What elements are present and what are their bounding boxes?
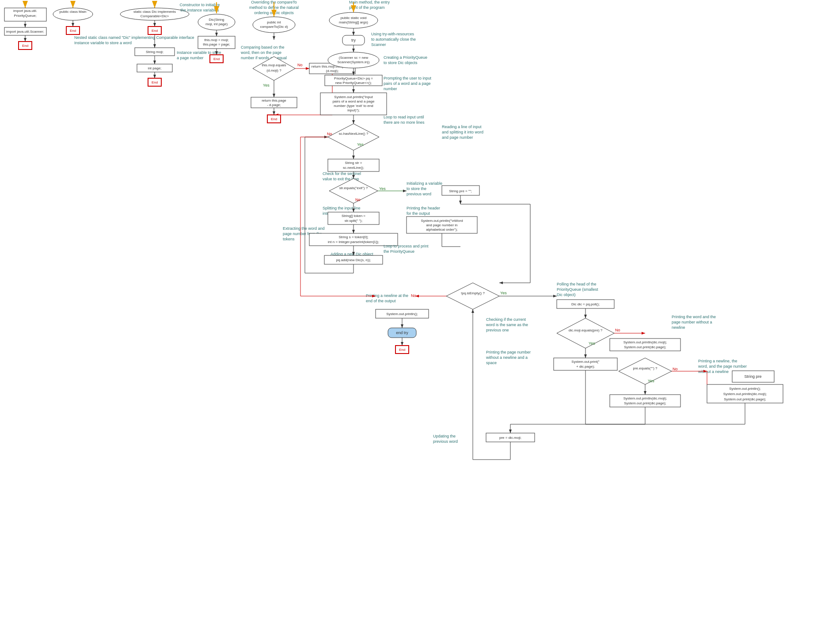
svg-text:No: No: [411, 293, 416, 298]
svg-text:Polling the head of the: Polling the head of the: [557, 282, 597, 286]
svg-text:pq.add(new Dic(s, n));: pq.add(new Dic(s, n));: [336, 258, 371, 262]
svg-text:Dic dic = pq.poll();: Dic dic = pq.poll();: [571, 302, 600, 306]
svg-text:Yes: Yes: [589, 341, 595, 346]
svg-text:main(String[] args): main(String[] args): [339, 20, 368, 24]
svg-text:try: try: [351, 38, 356, 42]
svg-marker-175: [446, 283, 499, 309]
svg-text:sc.nextLine();: sc.nextLine();: [343, 166, 364, 170]
svg-text:public class Main: public class Main: [60, 10, 87, 14]
svg-marker-129: [329, 179, 378, 203]
svg-text:this.moji.equals: this.moji.equals: [262, 63, 286, 67]
svg-text:String moji;: String moji;: [146, 50, 163, 54]
svg-text:No: No: [673, 367, 678, 371]
svg-text:No: No: [327, 132, 332, 136]
svg-text:Yes: Yes: [379, 186, 386, 191]
svg-text:a page number: a page number: [177, 56, 204, 60]
svg-text:to store Dic objects: to store Dic objects: [384, 61, 418, 65]
svg-text:there are no more lines: there are no more lines: [384, 120, 425, 125]
flowchart-svg: import java.util. PriorityQueue; import …: [0, 0, 840, 639]
svg-text:pairs of a word and a page: pairs of a word and a page: [333, 99, 375, 103]
flowchart-container: import java.util. PriorityQueue; import …: [0, 0, 840, 639]
svg-text:Loop to process and print: Loop to process and print: [384, 244, 429, 248]
svg-text:String[] token =: String[] token =: [342, 214, 365, 218]
svg-text:moji, int page): moji, int page): [205, 22, 228, 26]
svg-text:Yes: Yes: [500, 291, 507, 295]
svg-text:word, and the page number: word, and the page number: [698, 364, 747, 369]
svg-text:System.out.println();: System.out.println();: [729, 387, 761, 391]
svg-text:input)");: input)");: [347, 108, 360, 112]
svg-text:No: No: [355, 198, 361, 202]
svg-text:pairs of a word and a page: pairs of a word and a page: [384, 81, 431, 86]
svg-text:int page;: int page;: [148, 66, 162, 70]
svg-text:Nested static class named "Dic: Nested static class named "Dic" implemen…: [74, 35, 194, 40]
svg-text:System.out.print(dic.page);: System.out.print(dic.page);: [724, 397, 766, 401]
svg-text:for the output: for the output: [407, 211, 430, 216]
svg-text:String s = token[0];: String s = token[0];: [339, 235, 369, 239]
svg-text:System.out.println("\nWord: System.out.println("\nWord: [421, 219, 463, 223]
svg-text:Using try-with-resources: Using try-with-resources: [371, 32, 414, 36]
svg-text:Dic object): Dic object): [557, 293, 576, 297]
svg-text:System.out.println();: System.out.println();: [386, 312, 418, 316]
svg-text:(Scanner sc = new: (Scanner sc = new: [339, 56, 369, 60]
svg-text:pre = dic.moji;: pre = dic.moji;: [499, 436, 521, 440]
svg-text:Checking if the current: Checking if the current: [486, 317, 526, 322]
svg-text:without a newline: without a newline: [698, 369, 729, 374]
svg-text:without a newline and a: without a newline and a: [486, 355, 528, 360]
svg-text:(d.moji);: (d.moji);: [326, 69, 339, 73]
svg-text:Loop to read input until: Loop to read input until: [384, 115, 424, 119]
svg-text:this.page = page;: this.page = page;: [203, 42, 230, 46]
svg-text:word is the same as the: word is the same as the: [486, 323, 528, 327]
svg-text:(d.moji) ?: (d.moji) ?: [266, 68, 281, 72]
svg-text:compareTo(Dic d): compareTo(Dic d): [260, 25, 288, 29]
svg-text:Printing a newline at the: Printing a newline at the: [366, 293, 408, 298]
svg-text:End: End: [213, 57, 220, 61]
svg-text:End: End: [152, 29, 158, 33]
svg-text:- d.page;: - d.page;: [267, 103, 281, 107]
svg-text:Comparable<Dic>: Comparable<Dic>: [141, 14, 169, 18]
svg-text:Extracting the word and: Extracting the word and: [283, 226, 325, 231]
svg-text:No: No: [615, 328, 620, 332]
svg-text:Creating a PriorityQueue: Creating a PriorityQueue: [384, 55, 427, 60]
svg-text:static class Dic implements: static class Dic implements: [133, 10, 176, 14]
svg-text:previous word: previous word: [433, 439, 458, 444]
svg-text:Scanner: Scanner: [371, 42, 386, 47]
svg-text:+ dic.page);: + dic.page);: [576, 365, 595, 369]
svg-text:End: End: [271, 117, 277, 121]
svg-text:public int: public int: [267, 20, 281, 24]
svg-text:previous word: previous word: [407, 192, 431, 196]
svg-text:No: No: [297, 63, 303, 67]
svg-text:End: End: [399, 348, 405, 352]
svg-text:Yes: Yes: [263, 83, 270, 87]
svg-text:Printing a newline, the: Printing a newline, the: [698, 359, 737, 363]
svg-text:number if words are equal: number if words are equal: [241, 56, 287, 60]
svg-text:System.out.println(dic.moji);: System.out.println(dic.moji);: [723, 392, 767, 396]
svg-text:to automatically close the: to automatically close the: [371, 37, 416, 42]
svg-text:return this.page: return this.page: [262, 99, 286, 103]
svg-text:Instance variable to store: Instance variable to store: [177, 50, 221, 55]
svg-text:newline: newline: [672, 325, 685, 330]
svg-text:this.moji = moji;: this.moji = moji;: [204, 38, 228, 42]
svg-text:Main method, the entry: Main method, the entry: [349, 0, 390, 4]
svg-text:tokens: tokens: [283, 237, 295, 241]
svg-text:Constructor to initialize: Constructor to initialize: [179, 3, 220, 7]
svg-text:PriorityQueue<Dic> pq =: PriorityQueue<Dic> pq =: [334, 76, 373, 80]
svg-text:End: End: [152, 80, 158, 84]
svg-text:sc.hasNextLine() ?: sc.hasNextLine() ?: [339, 132, 369, 136]
svg-text:space: space: [486, 361, 497, 365]
svg-text:str.equals("exit") ?: str.equals("exit") ?: [339, 186, 368, 190]
svg-text:word, then on the page: word, then on the page: [240, 50, 281, 55]
svg-text:Comparing based on the: Comparing based on the: [241, 45, 285, 49]
svg-text:System.out.println("Input: System.out.println("Input: [334, 95, 373, 99]
svg-text:point of the program: point of the program: [349, 5, 385, 10]
svg-text:new PriorityQueue<>();: new PriorityQueue<>();: [335, 81, 372, 85]
svg-text:int n = Integer.parseInt(token: int n = Integer.parseInt(token[1]);: [328, 240, 379, 244]
svg-text:System.out.println(dic.moji);: System.out.println(dic.moji);: [623, 396, 667, 400]
svg-text:String str =: String str =: [345, 161, 362, 165]
svg-text:to store the: to store the: [407, 186, 426, 191]
svg-marker-190: [557, 318, 614, 348]
svg-text:the PriorityQueue: the PriorityQueue: [384, 249, 414, 254]
svg-text:public static void: public static void: [341, 16, 367, 20]
svg-text:Yes: Yes: [648, 379, 654, 383]
svg-text:alphabetical order");: alphabetical order");: [426, 228, 457, 232]
svg-text:!pq.isEmpty() ?: !pq.isEmpty() ?: [461, 291, 485, 295]
